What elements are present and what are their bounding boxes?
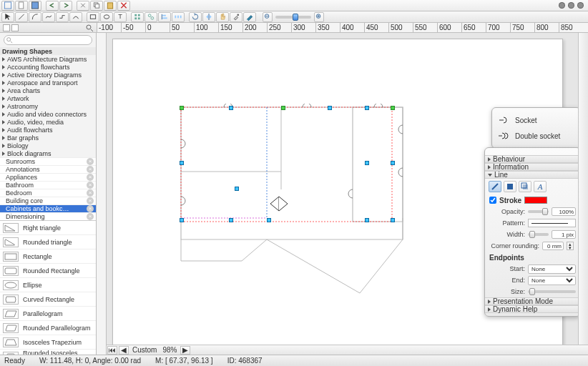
palette-search-icon[interactable] (85, 24, 94, 32)
selection-handle[interactable] (365, 106, 369, 110)
category-item[interactable]: Accounting flowcharts (0, 63, 96, 71)
end-select[interactable]: None (528, 276, 576, 285)
selection-handle[interactable] (180, 218, 184, 222)
category-item[interactable]: AWS Architecture Diagrams (0, 55, 96, 63)
tab-stroke[interactable] (489, 181, 501, 192)
vertical-scrollbar[interactable] (578, 33, 588, 345)
subcategory-item[interactable]: Bathroom× (0, 181, 96, 189)
shape-item[interactable]: Parallelogram (0, 307, 96, 321)
tool-paste[interactable] (104, 1, 117, 11)
tab-text[interactable]: A (534, 181, 547, 192)
close-icon[interactable]: × (87, 158, 94, 165)
shape-item[interactable]: Rounded Rectangle (0, 264, 96, 278)
selection-handle[interactable] (267, 218, 271, 222)
palette-item-socket[interactable]: Socket (498, 112, 574, 128)
selection-handle[interactable] (328, 106, 332, 110)
shape-item[interactable]: Rounded triangle (0, 235, 96, 249)
section-presentation[interactable]: Presentation Mode (485, 297, 580, 305)
tool-distribute[interactable] (172, 12, 185, 22)
shape-item[interactable]: Right triangle (0, 221, 96, 235)
section-behaviour[interactable]: Behaviour (485, 155, 580, 163)
tool-rect[interactable] (87, 12, 99, 22)
selection-handle[interactable] (235, 187, 239, 191)
tool-spline[interactable] (69, 12, 82, 22)
window-min[interactable] (568, 2, 574, 9)
page-prev[interactable]: ◀ (119, 346, 129, 355)
close-icon[interactable]: × (87, 213, 94, 220)
window-zoom[interactable] (577, 2, 584, 9)
selection-handle[interactable] (391, 106, 395, 110)
subcategory-item[interactable]: Annotations× (0, 165, 96, 173)
shape-item[interactable]: Isosceles Trapezium (0, 335, 96, 350)
tool-save[interactable] (29, 1, 41, 11)
tool-align[interactable] (158, 12, 171, 22)
width-slider[interactable] (528, 233, 549, 236)
subcategory-item[interactable]: Bedroom× (0, 189, 96, 197)
category-item[interactable]: Audit flowcharts (0, 126, 96, 134)
tool-rotate[interactable] (189, 12, 202, 22)
tool-cut[interactable] (77, 1, 89, 11)
shape-item[interactable]: Curved Rectangle (0, 292, 96, 307)
tool-curve[interactable] (42, 12, 55, 22)
shape-item[interactable]: Rounded Parallelogram (0, 321, 96, 335)
tool-connector[interactable] (56, 12, 69, 22)
pattern-select[interactable] (528, 219, 576, 227)
category-item[interactable]: Biology (0, 142, 96, 149)
sockets-palette[interactable]: Socket Double socket (491, 107, 581, 149)
section-help[interactable]: Dynamic Help (485, 305, 580, 313)
tool-navigator[interactable] (1, 1, 14, 11)
close-icon[interactable]: × (87, 205, 94, 212)
tool-pointer[interactable] (1, 12, 14, 22)
close-icon[interactable]: × (87, 189, 94, 197)
tool-flip[interactable] (202, 12, 215, 22)
horizontal-scrollbar[interactable]: ⏮ ◀ Custom 98% ▶ (107, 345, 588, 355)
selection-handle[interactable] (180, 161, 184, 165)
selection-handle[interactable] (391, 218, 395, 222)
corner-value[interactable]: 0 mm (542, 242, 564, 250)
opacity-value[interactable]: 100% (552, 207, 576, 216)
category-item[interactable]: Audio, video, media (0, 118, 96, 126)
shape-item[interactable]: Ellipse (0, 278, 96, 292)
tool-hand[interactable] (216, 12, 229, 22)
window-close[interactable] (559, 2, 565, 9)
close-icon[interactable]: × (87, 166, 94, 173)
tool-snap-obj[interactable] (144, 12, 157, 22)
tool-redo[interactable] (59, 1, 72, 11)
subcategory-item[interactable]: Building core× (0, 197, 96, 204)
subcategory-item[interactable]: Cabinets and bookc…× (0, 204, 96, 212)
tool-arc[interactable] (29, 12, 41, 22)
view-list-icon[interactable] (11, 24, 19, 31)
zoom-out-button[interactable] (263, 12, 273, 22)
tool-ellipse[interactable] (100, 12, 113, 22)
tool-delete[interactable] (117, 1, 130, 11)
tool-page[interactable] (15, 1, 28, 11)
tool-undo[interactable] (46, 1, 59, 11)
zoom-mode-label[interactable]: Custom (132, 346, 157, 354)
zoom-in-button[interactable] (314, 12, 324, 22)
tool-pen[interactable] (243, 12, 256, 22)
selection-handle[interactable] (365, 161, 369, 165)
close-icon[interactable]: × (87, 174, 94, 181)
category-item[interactable]: Astronomy (0, 102, 96, 110)
tool-copy[interactable] (90, 1, 103, 11)
tab-shadow[interactable] (519, 181, 531, 192)
close-icon[interactable]: × (87, 182, 94, 189)
properties-panel[interactable]: Behaviour Information Line A Stroke Opac… (484, 147, 581, 317)
view-grid-icon[interactable] (3, 24, 10, 31)
selection-handle[interactable] (229, 106, 233, 110)
category-item[interactable]: Block diagrams (0, 149, 96, 157)
selection-handle[interactable] (365, 218, 369, 222)
section-information[interactable]: Information (485, 163, 580, 171)
page-next[interactable]: ▶ (180, 346, 190, 355)
search-input[interactable] (4, 35, 92, 45)
palette-item-double-socket[interactable]: Double socket (498, 128, 574, 144)
shape-item[interactable]: Rounded Isosceles Trapezium (0, 350, 96, 355)
page-first[interactable]: ⏮ (107, 346, 117, 355)
zoom-slider[interactable] (275, 16, 311, 19)
tool-snap-grid[interactable] (131, 12, 144, 22)
corner-stepper[interactable]: ▴▾ (567, 242, 574, 250)
opacity-slider[interactable] (528, 210, 549, 213)
stroke-color-swatch[interactable] (524, 197, 547, 204)
tool-eyedrop[interactable] (230, 12, 242, 22)
subcategory-item[interactable]: Sunrooms× (0, 157, 96, 165)
